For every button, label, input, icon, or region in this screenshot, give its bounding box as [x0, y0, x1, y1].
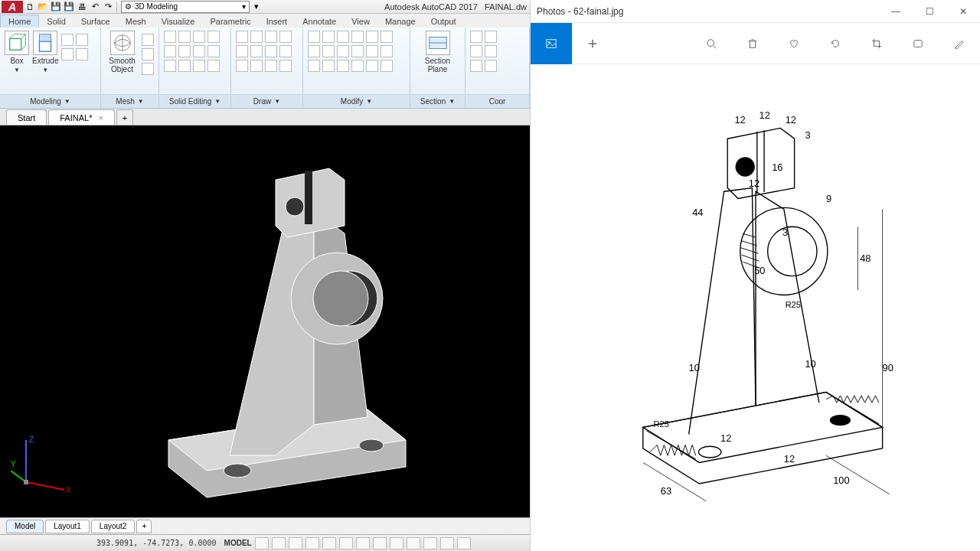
minimize-button[interactable]: ―: [879, 0, 913, 23]
subtract-icon[interactable]: [178, 31, 191, 43]
qat-dropdown-icon[interactable]: ▾: [250, 1, 263, 13]
trim-icon[interactable]: [366, 31, 378, 43]
layout-tab-1[interactable]: Layout1: [45, 520, 90, 533]
layout-tab-model[interactable]: Model: [6, 520, 44, 533]
smooth-object-button[interactable]: Smooth Object: [106, 31, 139, 73]
close-button[interactable]: ✕: [946, 0, 980, 23]
tab-insert[interactable]: Insert: [259, 15, 296, 28]
slice-icon[interactable]: [207, 31, 220, 43]
align-icon[interactable]: [337, 60, 349, 72]
copy-icon[interactable]: [322, 31, 335, 43]
tab-home[interactable]: Home: [0, 15, 39, 28]
revolve-icon[interactable]: [61, 48, 74, 60]
file-tab-start[interactable]: Start: [6, 109, 47, 125]
arc-icon[interactable]: [279, 31, 292, 43]
ucs-origin-icon[interactable]: [485, 60, 497, 72]
taper-icon[interactable]: [207, 60, 220, 72]
rotate-button[interactable]: [815, 23, 856, 64]
3dosnap-toggle-icon[interactable]: [339, 537, 353, 549]
mirror-icon[interactable]: [351, 31, 364, 43]
fillet-icon[interactable]: [337, 45, 349, 57]
fillet-edge-icon[interactable]: [164, 60, 176, 72]
grid-toggle-icon[interactable]: [255, 537, 269, 549]
circle-icon[interactable]: [265, 31, 277, 43]
tab-mesh[interactable]: Mesh: [118, 15, 154, 28]
spline-icon[interactable]: [265, 45, 277, 57]
tab-view[interactable]: View: [344, 15, 377, 28]
tab-visualize[interactable]: Visualize: [154, 15, 203, 28]
hatch-icon[interactable]: [236, 60, 248, 72]
qat-new-icon[interactable]: 🗋: [24, 1, 36, 13]
view-image-button[interactable]: [531, 23, 572, 64]
qat-save-icon[interactable]: 💾: [50, 1, 62, 13]
rectangle-icon[interactable]: [236, 45, 248, 57]
transparency-icon[interactable]: [423, 537, 437, 549]
polyline-icon[interactable]: [250, 31, 263, 43]
mesh-more-icon[interactable]: [142, 34, 154, 46]
thicken-icon[interactable]: [164, 45, 176, 57]
qat-undo-icon[interactable]: ↶: [89, 1, 101, 13]
close-icon[interactable]: ×: [98, 113, 103, 122]
explode-icon[interactable]: [322, 60, 335, 72]
array-icon[interactable]: [366, 45, 378, 57]
otrack-toggle-icon[interactable]: [356, 537, 370, 549]
dynucs-toggle-icon[interactable]: [373, 537, 387, 549]
mesh-refine-icon[interactable]: [142, 63, 154, 75]
rotate-icon[interactable]: [337, 31, 349, 43]
ortho-toggle-icon[interactable]: [289, 537, 302, 549]
osnap-toggle-icon[interactable]: [322, 537, 336, 549]
erase-icon[interactable]: [308, 60, 320, 72]
sweep-icon[interactable]: [76, 48, 88, 60]
workspace-selector[interactable]: ⚙ 3D Modeling ▾: [121, 1, 250, 13]
extend-icon[interactable]: [381, 31, 393, 43]
offset-icon[interactable]: [381, 45, 393, 57]
3dmove-icon[interactable]: [351, 60, 364, 72]
zoom-button[interactable]: [691, 23, 732, 64]
tab-manage[interactable]: Manage: [377, 15, 423, 28]
line-icon[interactable]: [236, 31, 248, 43]
qat-saveas-icon[interactable]: 💾: [63, 1, 75, 13]
tab-solid[interactable]: Solid: [39, 15, 73, 28]
qat-redo-icon[interactable]: ↷: [102, 1, 114, 13]
section-plane-button[interactable]: Section Plane: [415, 31, 460, 73]
dyn-toggle-icon[interactable]: [390, 537, 403, 549]
file-tab-add[interactable]: +: [116, 109, 133, 125]
point-icon[interactable]: [279, 45, 292, 57]
snap-toggle-icon[interactable]: [272, 537, 286, 549]
ucs-view-icon[interactable]: [470, 60, 482, 72]
status-space[interactable]: MODEL: [224, 539, 252, 547]
favorite-button[interactable]: [773, 23, 815, 64]
app-logo[interactable]: A: [2, 1, 23, 13]
chamfer-icon[interactable]: [351, 45, 364, 57]
shell-icon[interactable]: [193, 60, 205, 72]
photos-canvas[interactable]: 12 12 12 3 16 12 9 44 48 50 3 R25 10 10 …: [531, 64, 980, 551]
ellipse-icon[interactable]: [250, 45, 263, 57]
chamfer-edge-icon[interactable]: [178, 60, 191, 72]
mesh-less-icon[interactable]: [142, 48, 154, 60]
union-icon[interactable]: [164, 31, 176, 43]
ucs-named-icon[interactable]: [470, 45, 482, 57]
layout-tab-add[interactable]: +: [136, 520, 152, 533]
imprint-icon[interactable]: [178, 45, 191, 57]
3drotate-icon[interactable]: [366, 60, 378, 72]
extrude-button[interactable]: Extrude ▼: [32, 31, 58, 73]
tab-parametric[interactable]: Parametric: [202, 15, 258, 28]
ucs-gizmo[interactable]: X Y Z: [11, 436, 72, 500]
ucs-face-icon[interactable]: [485, 45, 497, 57]
move-icon[interactable]: [308, 31, 320, 43]
polar-toggle-icon[interactable]: [305, 537, 319, 549]
model-viewport[interactable]: X Y Z: [0, 126, 530, 517]
box-button[interactable]: Box ▼: [5, 31, 29, 73]
maximize-button[interactable]: ☐: [913, 0, 946, 23]
lwt-toggle-icon[interactable]: [407, 537, 420, 549]
tab-output[interactable]: Output: [423, 15, 464, 28]
donut-icon[interactable]: [279, 60, 292, 72]
file-tab-current[interactable]: FAINAL*×: [48, 109, 115, 125]
qat-print-icon[interactable]: 🖶: [76, 1, 88, 13]
helix-icon[interactable]: [265, 60, 277, 72]
cycling-icon[interactable]: [440, 537, 454, 549]
add-button[interactable]: [572, 23, 613, 64]
stretch-icon[interactable]: [308, 45, 320, 57]
presspull-icon[interactable]: [76, 34, 88, 46]
edit-button[interactable]: [939, 23, 980, 64]
